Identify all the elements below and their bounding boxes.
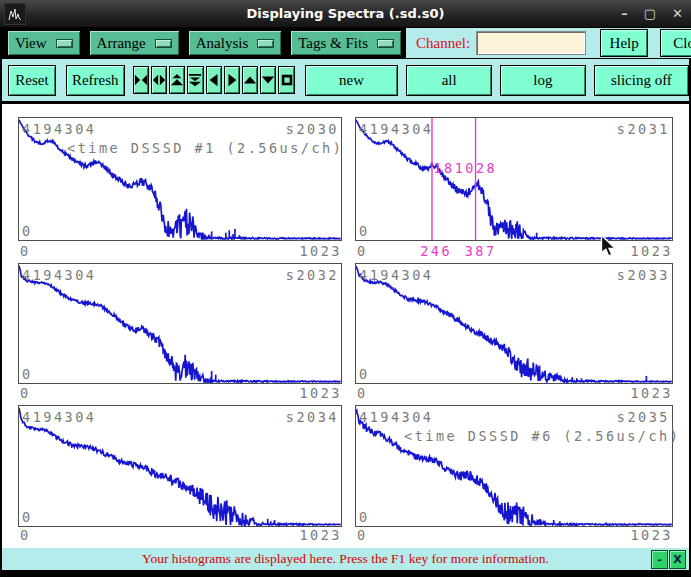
new-label: new — [339, 72, 364, 89]
y-max-label: 4194304 — [22, 121, 96, 137]
all-button[interactable]: all — [406, 65, 492, 96]
menu-group: View Arrange Analysis Tags & Fits — [2, 28, 406, 58]
spectrum-id: s2032 — [286, 267, 339, 283]
channel-label: Channel: — [416, 35, 470, 52]
arrow-right-icon[interactable] — [224, 66, 240, 94]
x-max-label: 1023 — [630, 385, 673, 401]
x-max-label: 1023 — [630, 243, 673, 259]
menu-view[interactable]: View — [7, 30, 81, 56]
spectrum-plot-s2034[interactable]: 4194304 s2034 0 — [18, 405, 342, 527]
option-menu-indicator-icon — [155, 39, 172, 48]
y-min-label: 0 — [22, 509, 33, 525]
toolbar: Reset Refresh n — [2, 59, 689, 101]
help-label: Help — [610, 35, 639, 52]
menubar: View Arrange Analysis Tags & Fits Channe… — [2, 28, 689, 58]
spectrum-id: s2034 — [286, 409, 339, 425]
marker-count-label: 181028 — [433, 160, 497, 176]
arrow-down-icon[interactable] — [260, 66, 276, 94]
x-axis-labels: 0 246 387 1023 — [355, 243, 673, 259]
slicing-button[interactable]: slicing off — [594, 65, 689, 96]
menu-tags-fits[interactable]: Tags & Fits — [290, 30, 402, 56]
x-min-label: 0 — [20, 385, 31, 401]
menu-view-label: View — [15, 35, 47, 52]
arrow-left-icon[interactable] — [206, 66, 222, 94]
marker2-channel-label: 387 — [465, 243, 497, 259]
spectrum-id: s2033 — [617, 267, 670, 283]
slicing-label: slicing off — [611, 72, 672, 89]
square-icon[interactable] — [278, 66, 294, 94]
x-axis-labels: 0 1023 — [18, 243, 342, 259]
reset-button[interactable]: Reset — [8, 65, 56, 96]
y-max-label: 4194304 — [359, 121, 433, 137]
minimize-icon[interactable]: – — [621, 0, 628, 27]
y-max-label: 4194304 — [359, 409, 433, 425]
option-menu-indicator-icon — [377, 39, 394, 48]
spectrum-plot-s2031[interactable]: 4194304 s2031 181028 0 — [355, 117, 673, 241]
spectrum-plot-s2035[interactable]: 4194304 s2035 <time DSSSD #6 (2.56us/ch)… — [355, 405, 673, 527]
spectrum-annotation: <time DSSSD #6 (2.56us/ch) — [404, 428, 680, 444]
expand-horizontal-icon[interactable] — [151, 66, 167, 94]
y-min-label: 0 — [359, 223, 370, 239]
refresh-label: Refresh — [72, 72, 119, 89]
app-window: Displaying Spectra (.sd.s0) – ▢ ✕ View A… — [0, 0, 691, 577]
spectrum-plot-s2033[interactable]: 4194304 s2033 0 — [355, 263, 673, 384]
close-icon[interactable]: ✕ — [672, 0, 683, 27]
spectrum-plot-s2030[interactable]: 4194304 s2030 <time DSSSD #1 (2.56us/ch)… — [18, 117, 342, 241]
collapse-horizontal-icon[interactable] — [133, 66, 149, 94]
x-axis-labels: 0 1023 — [18, 385, 342, 401]
log-button[interactable]: log — [500, 65, 586, 96]
menu-analysis-label: Analysis — [196, 35, 249, 52]
x-axis-labels: 0 1023 — [355, 385, 673, 401]
x-axis-labels: 0 1023 — [355, 527, 673, 543]
reset-label: Reset — [15, 72, 48, 89]
y-max-label: 4194304 — [359, 267, 433, 283]
x-min-label: 0 — [20, 243, 31, 259]
status-minimize-button[interactable]: - — [651, 550, 668, 569]
maximize-icon[interactable]: ▢ — [644, 0, 656, 27]
y-max-label: 4194304 — [22, 409, 96, 425]
statusbar: Your histograms are displayed here. Pres… — [2, 548, 689, 570]
x-min-label: 0 — [357, 527, 368, 543]
menu-analysis[interactable]: Analysis — [188, 30, 283, 56]
option-menu-indicator-icon — [257, 39, 274, 48]
x-max-label: 1023 — [630, 527, 673, 543]
double-arrow-up-icon[interactable] — [169, 66, 185, 94]
y-min-label: 0 — [22, 366, 33, 382]
y-min-label: 0 — [359, 366, 370, 382]
marker1-channel-label: 246 — [420, 243, 452, 259]
channel-input[interactable] — [476, 31, 586, 55]
y-max-label: 4194304 — [22, 267, 96, 283]
spectrum-annotation: <time DSSSD #1 (2.56us/ch) — [67, 140, 343, 156]
y-min-label: 0 — [359, 509, 370, 525]
x-max-label: 1023 — [299, 243, 342, 259]
double-arrow-down-icon[interactable] — [187, 66, 203, 94]
x-min-label: 0 — [357, 243, 368, 259]
plot-area: 4194304 s2030 <time DSSSD #1 (2.56us/ch)… — [2, 104, 689, 548]
arrow-up-icon[interactable] — [242, 66, 258, 94]
status-message: Your histograms are displayed here. Pres… — [142, 551, 549, 567]
x-icon: X — [673, 553, 681, 566]
x-axis-labels: 0 1023 — [18, 527, 342, 543]
y-min-label: 0 — [22, 223, 33, 239]
x-min-label: 0 — [20, 527, 31, 543]
refresh-button[interactable]: Refresh — [66, 65, 125, 96]
menu-arrange[interactable]: Arrange — [89, 30, 180, 56]
option-menu-indicator-icon — [56, 39, 73, 48]
menu-arrange-label: Arrange — [97, 35, 146, 52]
menu-tags-fits-label: Tags & Fits — [298, 35, 368, 52]
channel-group: Channel: Help Clone ✓ — [406, 28, 691, 58]
clone-button[interactable]: Clone — [660, 29, 691, 57]
titlebar[interactable]: Displaying Spectra (.sd.s0) – ▢ ✕ — [0, 0, 691, 27]
spectrum-plot-s2032[interactable]: 4194304 s2032 0 — [18, 263, 342, 384]
log-label: log — [533, 72, 552, 89]
clone-label: Clone — [673, 35, 691, 52]
minus-icon: - — [657, 553, 662, 566]
new-button[interactable]: new — [305, 65, 399, 96]
status-close-button[interactable]: X — [669, 550, 686, 569]
x-min-label: 0 — [357, 385, 368, 401]
all-label: all — [442, 72, 457, 89]
x-max-label: 1023 — [299, 527, 342, 543]
help-button[interactable]: Help — [600, 29, 648, 57]
x-max-label: 1023 — [299, 385, 342, 401]
spectrum-id: s2031 — [617, 121, 670, 137]
